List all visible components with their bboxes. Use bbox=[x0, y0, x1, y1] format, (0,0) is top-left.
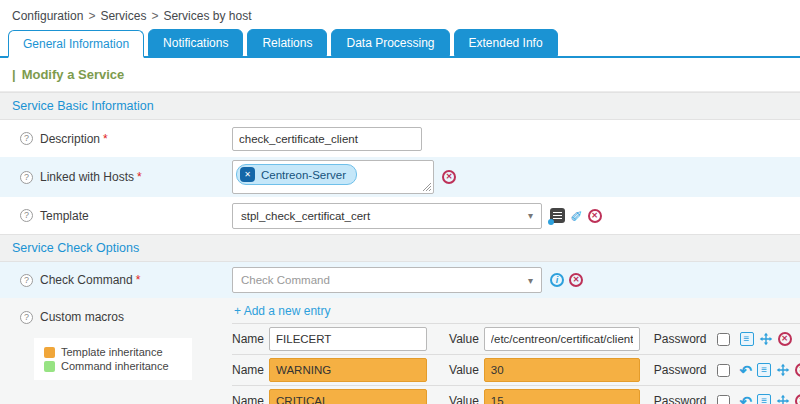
macro-name-input[interactable] bbox=[269, 358, 427, 382]
macro-row: Name Value Password ↶ ≡ ✕ bbox=[232, 385, 800, 404]
title-pipe: | bbox=[12, 67, 16, 82]
template-label: Template bbox=[40, 209, 89, 223]
chevron-down-icon: ▾ bbox=[528, 210, 533, 221]
edit-icon[interactable]: ✎ bbox=[570, 208, 583, 223]
help-icon[interactable]: ? bbox=[20, 132, 33, 145]
undo-icon[interactable]: ↶ bbox=[740, 363, 753, 378]
macro-name-input[interactable] bbox=[269, 327, 427, 351]
tab-bar: General Information Notifications Relati… bbox=[0, 29, 800, 58]
help-icon[interactable]: ? bbox=[20, 274, 33, 287]
page-title-text: Modify a Service bbox=[22, 67, 125, 82]
legend-label: Template inheritance bbox=[61, 346, 163, 358]
macro-value-label: Value bbox=[449, 363, 479, 377]
breadcrumb-item[interactable]: Configuration bbox=[12, 9, 83, 23]
description-label: Description* bbox=[40, 132, 108, 146]
legend: Template inheritance Command inheritance bbox=[34, 338, 192, 380]
section-header-check: Service Check Options bbox=[0, 234, 800, 262]
tab-data-processing[interactable]: Data Processing bbox=[331, 29, 449, 56]
password-checkbox[interactable] bbox=[717, 364, 730, 377]
tag-remove-icon[interactable]: ✕ bbox=[240, 167, 255, 182]
macro-value-label: Value bbox=[449, 332, 479, 346]
password-label: Password bbox=[654, 332, 707, 346]
breadcrumb-item[interactable]: Services by host bbox=[163, 9, 251, 23]
description-list-icon[interactable]: ≡ bbox=[740, 332, 754, 346]
move-icon[interactable] bbox=[776, 363, 790, 377]
password-label: Password bbox=[654, 394, 707, 404]
macro-value-input[interactable] bbox=[484, 358, 640, 382]
macro-value-input[interactable] bbox=[484, 389, 640, 404]
move-icon[interactable] bbox=[776, 394, 790, 404]
description-list-icon[interactable]: ≡ bbox=[757, 394, 771, 404]
template-inheritance-swatch bbox=[44, 347, 55, 358]
template-select-value: stpl_check_certificat_cert bbox=[241, 210, 370, 222]
help-icon[interactable]: ? bbox=[20, 209, 33, 222]
description-list-icon[interactable]: ≡ bbox=[757, 363, 771, 377]
clear-check-command-icon[interactable]: ✕ bbox=[569, 273, 583, 287]
custom-macros-label: Custom macros bbox=[40, 310, 124, 324]
macro-row: Name Value Password ↶ ≡ ✕ bbox=[232, 354, 800, 385]
breadcrumb: Configuration>Services>Services by host bbox=[0, 0, 800, 29]
tab-relations[interactable]: Relations bbox=[247, 29, 327, 56]
linked-hosts-label: Linked with Hosts* bbox=[40, 170, 142, 184]
password-label: Password bbox=[654, 363, 707, 377]
clear-hosts-icon[interactable]: ✕ bbox=[442, 170, 456, 184]
tab-notifications[interactable]: Notifications bbox=[148, 29, 243, 56]
add-entry-link[interactable]: + Add a new entry bbox=[232, 298, 800, 323]
delete-macro-icon[interactable]: ✕ bbox=[795, 394, 800, 404]
breadcrumb-item[interactable]: Services bbox=[100, 9, 146, 23]
macro-value-label: Value bbox=[449, 394, 479, 404]
legend-item: Command inheritance bbox=[44, 360, 182, 372]
info-icon[interactable]: i bbox=[550, 273, 564, 287]
legend-label: Command inheritance bbox=[61, 360, 169, 372]
required-asterisk: * bbox=[136, 273, 141, 287]
help-icon[interactable]: ? bbox=[20, 311, 33, 324]
custom-macros-block: ? Custom macros Template inheritance Com… bbox=[0, 298, 800, 404]
macro-value-input[interactable] bbox=[484, 327, 640, 351]
check-command-select[interactable]: Check Command ▾ bbox=[232, 267, 542, 293]
required-asterisk: * bbox=[137, 170, 142, 184]
macro-name-input[interactable] bbox=[269, 389, 427, 404]
description-row: ? Description* bbox=[0, 120, 800, 157]
resize-handle-icon[interactable] bbox=[423, 183, 432, 192]
breadcrumb-separator: > bbox=[151, 9, 158, 23]
delete-macro-icon[interactable]: ✕ bbox=[778, 332, 792, 346]
macro-name-label: Name bbox=[232, 363, 264, 377]
page-title: |Modify a Service bbox=[0, 58, 800, 92]
clear-template-icon[interactable]: ✕ bbox=[588, 209, 602, 223]
legend-item: Template inheritance bbox=[44, 346, 182, 358]
required-asterisk: * bbox=[103, 132, 108, 146]
macro-name-label: Name bbox=[232, 332, 264, 346]
tab-extended-info[interactable]: Extended Info bbox=[454, 29, 558, 56]
description-input[interactable] bbox=[232, 127, 422, 151]
macro-name-label: Name bbox=[232, 394, 264, 404]
section-header-basic: Service Basic Information bbox=[0, 92, 800, 120]
chevron-down-icon: ▾ bbox=[528, 275, 533, 286]
breadcrumb-separator: > bbox=[88, 9, 95, 23]
linked-hosts-row: ? Linked with Hosts* ✕ Centreon-Server ✕ bbox=[0, 157, 800, 197]
macro-row: Name Value Password ≡ ✕ bbox=[232, 323, 800, 354]
delete-macro-icon[interactable]: ✕ bbox=[795, 363, 800, 377]
command-inheritance-swatch bbox=[44, 361, 55, 372]
view-template-icon[interactable] bbox=[550, 208, 565, 223]
move-icon[interactable] bbox=[759, 332, 773, 346]
linked-hosts-box[interactable]: ✕ Centreon-Server bbox=[232, 160, 434, 194]
check-command-row: ? Check Command* Check Command ▾ i ✕ bbox=[0, 262, 800, 298]
undo-icon[interactable]: ↶ bbox=[740, 394, 753, 404]
password-checkbox[interactable] bbox=[717, 395, 730, 404]
host-tag: ✕ Centreon-Server bbox=[236, 164, 357, 185]
password-checkbox[interactable] bbox=[717, 333, 730, 346]
template-select[interactable]: stpl_check_certificat_cert ▾ bbox=[232, 203, 542, 229]
host-tag-label: Centreon-Server bbox=[261, 169, 346, 181]
tab-general-information[interactable]: General Information bbox=[8, 30, 144, 58]
template-row: ? Template stpl_check_certificat_cert ▾ … bbox=[0, 197, 800, 234]
help-icon[interactable]: ? bbox=[20, 171, 33, 184]
check-command-label: Check Command* bbox=[40, 273, 140, 287]
check-command-placeholder: Check Command bbox=[241, 274, 330, 286]
